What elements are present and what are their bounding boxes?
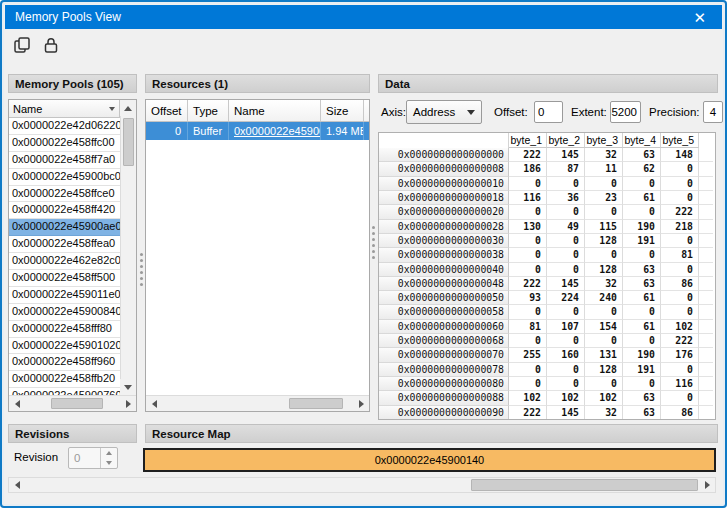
data-row-address[interactable]: 0x0000000000000000 [379,148,509,162]
scroll-up-icon[interactable] [120,100,136,116]
data-cell[interactable]: 0 [509,377,547,391]
data-cell[interactable]: 11 [585,162,623,176]
pool-list-item[interactable]: 0x0000022e462e82c0 [9,253,120,270]
data-cell[interactable]: 63 [623,277,661,291]
data-cell[interactable]: 0 [509,234,547,248]
data-cell[interactable]: 23 [585,191,623,205]
scroll-right-icon[interactable] [353,396,369,411]
pool-list-item[interactable]: 0x0000022e459011e0 [9,287,120,304]
data-cell[interactable]: 186 [509,162,547,176]
data-cell[interactable]: 0 [585,248,623,262]
bottom-horizontal-scrollbar[interactable] [8,477,716,493]
pool-list-item[interactable]: 0x0000022e458fff80 [9,321,120,338]
data-cell[interactable]: 0 [585,377,623,391]
data-row-address[interactable]: 0x0000000000000038 [379,248,509,262]
sort-indicator-icon[interactable] [109,107,115,111]
data-row-address[interactable]: 0x0000000000000080 [379,377,509,391]
pool-list-item[interactable]: 0x0000022e458ff960 [9,354,120,371]
data-cell[interactable]: 0 [547,305,585,319]
data-cell[interactable]: 0 [623,377,661,391]
data-cell[interactable]: 63 [623,148,661,162]
pool-list-item[interactable]: 0x0000022e458ffb20 [9,371,120,388]
pools-vertical-scrollbar[interactable] [120,100,136,395]
data-cell[interactable]: 116 [661,377,699,391]
data-cell[interactable]: 145 [547,406,585,420]
data-cell[interactable]: 102 [585,391,623,405]
data-cell[interactable]: 49 [547,220,585,234]
data-cell[interactable]: 32 [585,277,623,291]
data-row-address[interactable]: 0x0000000000000040 [379,263,509,277]
data-cell[interactable]: 0 [623,334,661,348]
data-column-header[interactable]: byte_2 [547,133,585,148]
bottom-scroll-thumb[interactable] [471,479,698,491]
data-cell[interactable]: 145 [547,148,585,162]
data-row-address[interactable]: 0x0000000000000008 [379,162,509,176]
data-cell[interactable]: 176 [661,348,699,362]
data-cell[interactable]: 63 [623,263,661,277]
data-cell[interactable]: 0 [547,177,585,191]
data-row-address[interactable]: 0x0000000000000060 [379,320,509,334]
pool-list-item[interactable]: 0x0000022e458ffc00 [9,135,120,152]
data-row-address[interactable]: 0x0000000000000090 [379,406,509,420]
pool-list-item[interactable]: 0x0000022e458ff7a0 [9,152,120,169]
scroll-left-icon[interactable] [146,396,162,411]
data-cell[interactable]: 130 [509,220,547,234]
column-header-offset[interactable]: Offset [146,100,188,121]
resources-horizontal-scrollbar[interactable] [146,395,369,411]
data-cell[interactable]: 32 [585,148,623,162]
data-cell[interactable]: 0 [547,205,585,219]
data-cell[interactable]: 63 [623,406,661,420]
data-cell[interactable]: 102 [661,320,699,334]
data-cell[interactable]: 154 [585,320,623,334]
data-cell[interactable]: 0 [547,363,585,377]
data-cell[interactable]: 115 [585,220,623,234]
data-cell[interactable]: 145 [547,277,585,291]
resource-row[interactable]: 0 Buffer 0x0000022e45900140 ↗ 1.94 MB [146,122,369,140]
data-cell[interactable]: 222 [661,334,699,348]
data-cell[interactable]: 107 [547,320,585,334]
data-cell[interactable]: 0 [547,248,585,262]
revision-stepper[interactable]: 0 [68,447,118,469]
data-cell[interactable]: 0 [547,234,585,248]
pool-list-item[interactable]: 0x0000022e45900ae0 [9,219,120,236]
data-cell[interactable]: 131 [585,348,623,362]
close-icon[interactable]: ✕ [687,10,712,25]
data-cell[interactable]: 0 [509,305,547,319]
lock-icon[interactable] [41,35,61,55]
data-cell[interactable]: 32 [585,406,623,420]
data-cell[interactable]: 0 [509,363,547,377]
data-cell[interactable]: 86 [661,406,699,420]
data-cell[interactable]: 102 [509,391,547,405]
data-cell[interactable]: 0 [585,177,623,191]
splitter-handle[interactable] [137,253,145,299]
data-cell[interactable]: 61 [623,291,661,305]
column-header-name[interactable]: Name [229,100,321,121]
data-cell[interactable]: 224 [547,291,585,305]
pool-list-item[interactable]: 0x0000022e458ffce0 [9,186,120,203]
data-cell[interactable]: 63 [623,391,661,405]
data-row-address[interactable]: 0x0000000000000028 [379,220,509,234]
data-cell[interactable]: 240 [585,291,623,305]
data-cell[interactable]: 0 [661,177,699,191]
pools-name-column-header[interactable]: Name [9,100,120,118]
data-row-address[interactable]: 0x0000000000000030 [379,234,509,248]
data-cell[interactable]: 116 [509,191,547,205]
column-header-size[interactable]: Size [321,100,364,121]
data-row-address[interactable]: 0x0000000000000068 [379,334,509,348]
data-column-header[interactable]: byte_5 [661,133,699,148]
data-cell[interactable]: 0 [623,205,661,219]
axis-dropdown[interactable]: Address [406,100,482,124]
data-cell[interactable]: 148 [661,148,699,162]
data-cell[interactable]: 0 [661,391,699,405]
pools-horizontal-scrollbar[interactable] [9,395,136,411]
data-cell[interactable]: 93 [509,291,547,305]
title-bar[interactable]: Memory Pools View ✕ [5,5,722,29]
data-cell[interactable]: 190 [623,348,661,362]
data-cell[interactable]: 61 [623,191,661,205]
spin-up-icon[interactable] [101,448,117,458]
data-row-address[interactable]: 0x0000000000000070 [379,348,509,362]
data-column-header[interactable]: byte_3 [585,133,623,148]
data-cell[interactable]: 191 [623,234,661,248]
data-cell[interactable]: 0 [547,263,585,277]
data-cell[interactable]: 0 [661,305,699,319]
